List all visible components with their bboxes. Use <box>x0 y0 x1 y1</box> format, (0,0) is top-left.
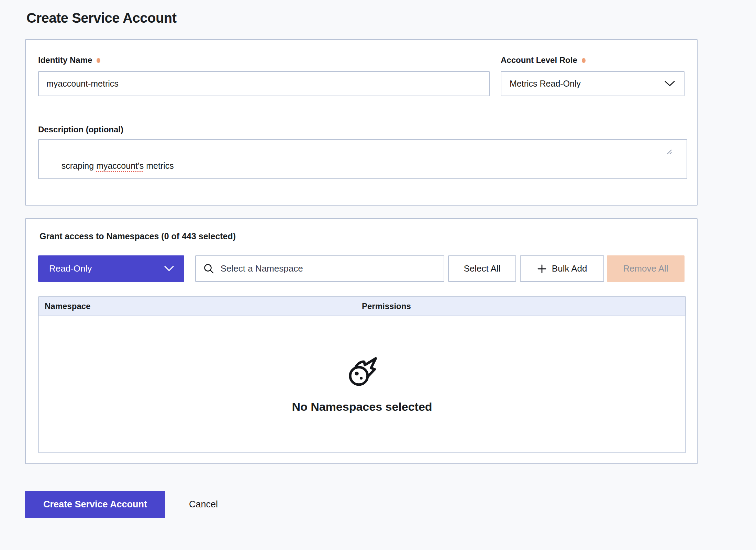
namespace-search <box>195 255 445 282</box>
form-actions: Create Service Account Cancel <box>25 491 756 518</box>
create-service-account-button[interactable]: Create Service Account <box>25 491 165 518</box>
account-level-role-label: Account Level Role <box>501 55 685 65</box>
page-title: Create Service Account <box>26 10 756 26</box>
identity-name-label-text: Identity Name <box>38 55 92 65</box>
description-textarea[interactable]: scraping myaccount's metrics <box>38 139 687 179</box>
grant-access-header: Grant access to Namespaces (0 of 443 sel… <box>40 231 685 241</box>
namespace-search-input[interactable] <box>220 263 436 274</box>
account-level-role-select[interactable]: Metrics Read-Only <box>501 71 685 96</box>
misspelled-word: myaccount's <box>96 161 144 170</box>
identity-name-label: Identity Name <box>38 55 490 65</box>
namespaces-table: Namespace Permissions No Namespaces sele… <box>38 296 686 453</box>
cancel-button[interactable]: Cancel <box>189 499 218 510</box>
description-label: Description (optional) <box>38 125 685 134</box>
column-header-namespace: Namespace <box>39 301 362 311</box>
description-text: scraping myaccount's metrics <box>62 161 174 170</box>
bulk-add-button[interactable]: Bulk Add <box>520 255 604 282</box>
empty-state-message: No Namespaces selected <box>292 400 432 414</box>
remove-all-button[interactable]: Remove All <box>607 255 685 282</box>
select-all-button[interactable]: Select All <box>448 255 516 282</box>
account-level-role-value: Metrics Read-Only <box>510 79 581 89</box>
permission-dropdown-value: Read-Only <box>49 263 92 274</box>
required-dot-icon <box>97 58 100 63</box>
identity-name-input[interactable] <box>38 71 490 96</box>
column-header-permissions: Permissions <box>362 301 685 311</box>
table-empty-state: No Namespaces selected <box>38 316 686 453</box>
chevron-down-icon <box>665 81 675 87</box>
search-icon <box>203 263 214 274</box>
namespaces-toolbar: Read-Only Select All Bulk Add Remove All <box>38 255 685 282</box>
comet-icon <box>346 355 379 388</box>
resize-handle-icon[interactable] <box>666 126 685 177</box>
plus-icon <box>537 264 547 274</box>
permission-dropdown[interactable]: Read-Only <box>38 255 184 282</box>
account-level-role-label-text: Account Level Role <box>501 55 577 65</box>
service-account-details-card: Identity Name Account Level Role Metrics… <box>25 39 698 206</box>
grant-namespaces-card: Grant access to Namespaces (0 of 443 sel… <box>25 218 698 464</box>
table-header-row: Namespace Permissions <box>38 296 686 316</box>
chevron-down-icon <box>164 266 174 272</box>
required-dot-icon <box>582 58 586 63</box>
